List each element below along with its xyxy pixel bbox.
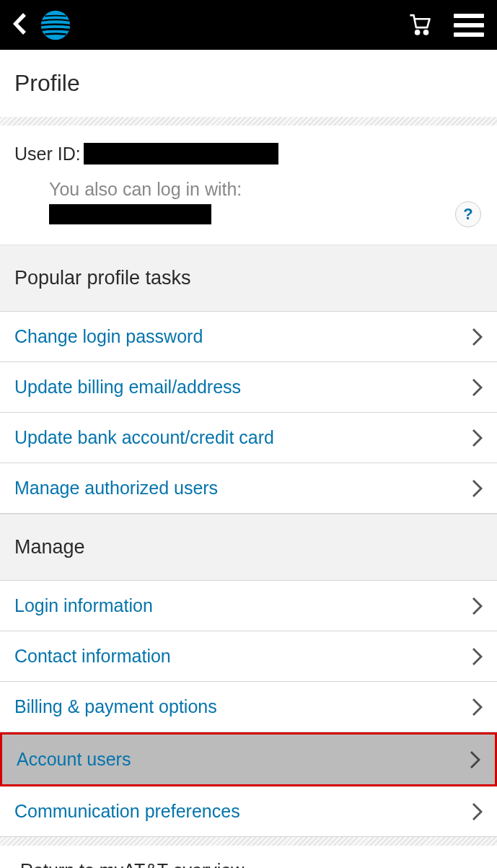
chevron-right-icon (472, 597, 483, 615)
item-label: Login information (14, 595, 153, 616)
chevron-right-icon (472, 328, 483, 346)
item-login-information[interactable]: Login information (0, 581, 497, 631)
item-label: Manage authorized users (14, 478, 218, 499)
svg-marker-4 (472, 328, 483, 346)
item-label: Account users (17, 749, 131, 770)
user-id-label: User ID: (14, 144, 81, 165)
header-bar (0, 0, 497, 50)
svg-point-2 (415, 30, 419, 34)
item-label: Update billing email/address (14, 377, 241, 398)
page-title: Profile (14, 70, 483, 97)
header-right (408, 12, 484, 39)
item-label: Update bank account/credit card (14, 427, 274, 448)
back-icon[interactable] (13, 13, 26, 38)
item-change-login-password[interactable]: Change login password (0, 312, 497, 362)
user-id-row: User ID: (14, 143, 483, 165)
redacted-user-id (84, 143, 278, 165)
svg-point-3 (424, 30, 428, 34)
item-update-bank-account[interactable]: Update bank account/credit card (0, 413, 497, 463)
svg-marker-9 (472, 648, 483, 665)
chevron-right-icon (472, 648, 483, 665)
item-contact-information[interactable]: Contact information (0, 631, 497, 682)
user-info-section: User ID: You also can log in with: ? (0, 126, 497, 245)
item-label: Change login password (14, 326, 203, 347)
item-update-billing-email[interactable]: Update billing email/address (0, 362, 497, 413)
item-label: Communication preferences (14, 801, 240, 822)
chevron-right-icon (470, 751, 480, 768)
svg-marker-7 (472, 480, 483, 497)
svg-marker-12 (472, 803, 483, 820)
divider (0, 837, 497, 846)
att-logo-icon[interactable] (40, 10, 71, 40)
svg-marker-6 (472, 429, 483, 447)
chevron-right-icon (472, 698, 483, 716)
chevron-right-icon (472, 480, 483, 497)
section-header-popular: Popular profile tasks (0, 245, 497, 312)
item-manage-authorized-users[interactable]: Manage authorized users (0, 463, 497, 514)
section-header-manage: Manage (0, 514, 497, 581)
header-left (13, 10, 71, 40)
hamburger-menu-icon[interactable] (454, 14, 484, 37)
svg-marker-11 (470, 751, 480, 768)
redacted-login-alt (49, 204, 211, 224)
return-label: Return to myAT&T overview (20, 860, 244, 868)
item-communication-preferences[interactable]: Communication preferences (0, 786, 497, 837)
svg-marker-5 (472, 379, 483, 396)
item-label: Contact information (14, 646, 171, 667)
divider (0, 117, 497, 126)
item-billing-payment-options[interactable]: Billing & payment options (0, 682, 497, 732)
svg-marker-0 (13, 13, 26, 35)
cart-icon[interactable] (408, 12, 432, 39)
chevron-right-icon (472, 803, 483, 820)
item-account-users[interactable]: Account users (0, 732, 497, 786)
page-title-section: Profile (0, 50, 497, 117)
svg-marker-10 (472, 698, 483, 716)
item-label: Billing & payment options (14, 696, 217, 717)
return-link[interactable]: Return to myAT&T overview (0, 846, 497, 868)
login-with-text: You also can log in with: (49, 179, 483, 200)
svg-marker-8 (472, 597, 483, 615)
chevron-right-icon (472, 429, 483, 447)
help-icon[interactable]: ? (455, 201, 481, 227)
chevron-right-icon (472, 379, 483, 396)
